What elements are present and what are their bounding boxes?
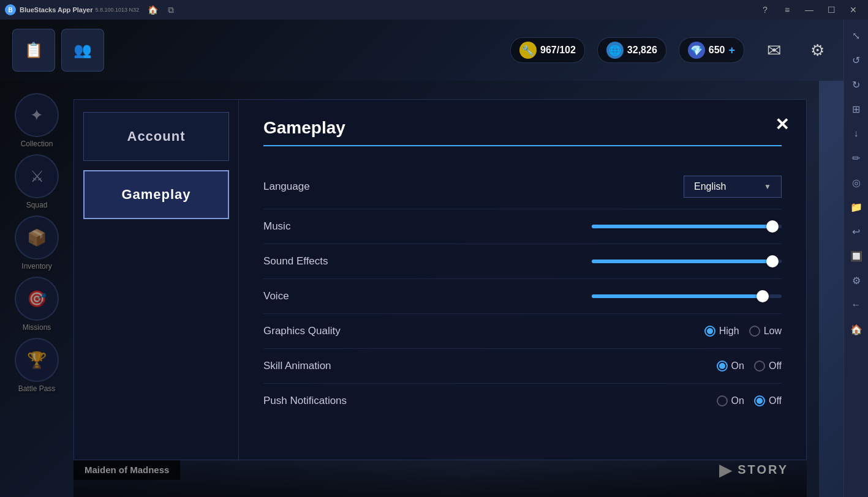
skill-animation-radio-group: On Off [717,361,782,372]
keys-resource: 🔧 967/102 [510,37,585,63]
minimize-button[interactable]: — [799,0,819,20]
gems-resource: 💎 650 + [679,37,744,63]
music-label: Music [263,220,386,233]
push-notifications-label: Push Notifications [263,395,386,407]
sound-effects-fill [592,260,772,263]
push-on-option[interactable]: On [717,395,744,406]
skill-on-radio[interactable] [717,361,728,372]
panel-btn-forward[interactable]: ↻ [845,73,867,95]
graphics-low-radio[interactable] [749,326,760,337]
hud-left-icon-2[interactable]: 👥 [61,29,104,72]
game-background: 📋 👥 🔧 967/102 🌐 32,826 💎 650 + ✉ ⚙ [0,20,843,497]
music-row: Music [263,209,782,244]
music-slider[interactable] [592,225,782,228]
panel-btn-undo[interactable]: ↩ [845,220,867,242]
gems-add-button[interactable]: + [728,44,735,57]
dropdown-arrow-icon: ▼ [764,182,771,191]
app-name: BlueStacks App Player [20,6,92,13]
settings-content: Gameplay ✕ Language English ▼ Music [239,99,807,460]
language-dropdown[interactable]: English ▼ [684,176,782,198]
push-notifications-control: On Off [398,395,782,406]
push-off-radio[interactable] [754,395,765,406]
settings-title: Gameplay [263,118,782,146]
coins-icon: 🌐 [606,42,624,59]
hamburger-button[interactable]: ≡ [777,0,797,20]
top-hud: 📋 👥 🔧 967/102 🌐 32,826 💎 650 + ✉ ⚙ [0,20,843,81]
coins-value: 32,826 [627,45,657,56]
home-button[interactable]: 🏠 [144,1,161,18]
app-logo: B [5,4,16,15]
panel-btn-back[interactable]: ↺ [845,49,867,71]
settings-close-button[interactable]: ✕ [769,112,794,136]
sound-effects-control [398,260,782,263]
maximize-button[interactable]: ☐ [821,0,841,20]
push-off-option[interactable]: Off [754,395,782,406]
panel-btn-expand[interactable]: ⤡ [845,24,867,47]
music-slider-fill [592,225,772,228]
music-control [398,225,782,228]
voice-row: Voice [263,279,782,314]
voice-thumb[interactable] [757,290,769,302]
titlebar: B BlueStacks App Player 5.8.100.1013 N32… [0,0,868,20]
skill-off-radio[interactable] [754,361,765,372]
skill-animation-label: Skill Animation [263,360,386,372]
keys-icon: 🔧 [519,42,537,59]
panel-btn-layers[interactable]: 🔲 [845,245,867,267]
settings-button[interactable]: ⚙ [803,36,831,64]
skill-animation-row: Skill Animation On Off [263,349,782,384]
panel-btn-left[interactable]: ← [845,294,867,316]
app-version: 5.8.100.1013 N32 [95,7,139,13]
gems-value: 650 [709,45,725,56]
voice-fill [592,294,763,298]
music-slider-thumb[interactable] [766,220,779,233]
sound-effects-label: Sound Effects [263,255,386,267]
push-off-label: Off [769,395,782,406]
skill-animation-control: On Off [398,361,782,372]
sound-effects-row: Sound Effects [263,244,782,279]
push-on-radio[interactable] [717,395,728,406]
push-on-label: On [731,395,744,406]
panel-btn-home[interactable]: 🏠 [845,318,867,340]
settings-menu-account[interactable]: Account [83,112,229,161]
help-button[interactable]: ? [755,0,775,20]
push-notifications-radio-group: On Off [717,395,782,406]
graphics-quality-control: High Low [398,326,782,337]
window-controls: ? ≡ — ☐ ✕ [755,0,863,20]
graphics-low-option[interactable]: Low [749,326,782,337]
voice-label: Voice [263,290,386,302]
sound-effects-thumb[interactable] [766,255,779,267]
panel-btn-grid[interactable]: ⊞ [845,98,867,120]
panel-btn-camera[interactable]: ◎ [845,171,867,193]
right-panel: ⤡ ↺ ↻ ⊞ ↓ ✏ ◎ 📁 ↩ 🔲 ⚙ ← 🏠 [843,20,868,497]
panel-btn-download[interactable]: ↓ [845,122,867,144]
coins-resource: 🌐 32,826 [597,37,666,63]
skill-on-option[interactable]: On [717,361,744,372]
hud-left-icon-1[interactable]: 📋 [12,29,55,72]
language-row: Language English ▼ [263,165,782,209]
gems-icon: 💎 [688,42,705,59]
language-value: English [694,181,726,192]
panel-btn-folder[interactable]: 📁 [845,196,867,218]
tabs-button[interactable]: ⧉ [162,1,179,18]
push-notifications-row: Push Notifications On Off [263,384,782,418]
mail-button[interactable]: ✉ [757,33,791,67]
graphics-quality-radio-group: High Low [704,326,782,337]
graphics-quality-label: Graphics Quality [263,325,386,337]
voice-slider[interactable] [592,294,782,298]
settings-menu-gameplay[interactable]: Gameplay [83,170,229,219]
settings-menu: Account Gameplay [74,99,239,460]
skill-off-option[interactable]: Off [754,361,782,372]
graphics-high-option[interactable]: High [704,326,739,337]
titlebar-nav: 🏠 ⧉ [144,1,179,18]
language-label: Language [263,181,386,193]
sound-effects-slider[interactable] [592,260,782,263]
close-button[interactable]: ✕ [843,0,863,20]
panel-btn-settings[interactable]: ⚙ [845,269,867,291]
graphics-quality-row: Graphics Quality High Low [263,314,782,349]
keys-value: 967/102 [540,45,576,56]
skill-on-label: On [731,361,744,372]
skill-off-label: Off [769,361,782,372]
voice-control [398,294,782,298]
graphics-high-radio[interactable] [704,326,715,337]
panel-btn-edit[interactable]: ✏ [845,147,867,169]
